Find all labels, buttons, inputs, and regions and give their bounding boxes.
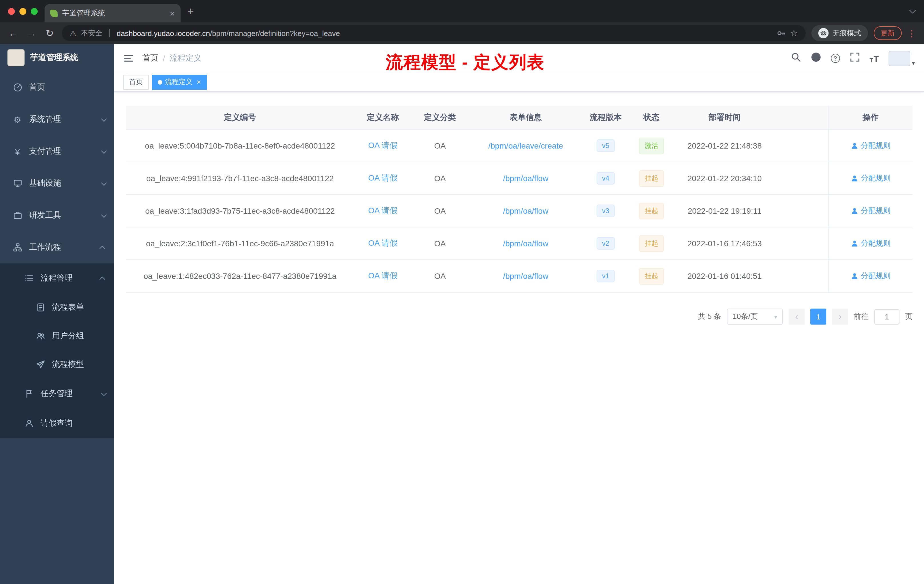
logo-avatar xyxy=(7,49,25,66)
goto-page-input[interactable] xyxy=(874,309,899,324)
sidebar-item-workflow[interactable]: 工作流程 xyxy=(0,231,114,264)
form-link[interactable]: /bpm/oa/flow xyxy=(503,206,549,215)
assign-rule-link[interactable]: 分配规则 xyxy=(851,271,891,281)
chevron-up-icon xyxy=(99,246,105,251)
tag-close-icon[interactable]: × xyxy=(196,78,201,86)
user-avatar[interactable]: ▾ xyxy=(889,51,915,66)
page-number-current[interactable]: 1 xyxy=(810,308,826,325)
security-label[interactable]: 不安全 xyxy=(81,28,102,38)
assign-rule-link[interactable]: 分配规则 xyxy=(851,238,891,249)
reload-button[interactable]: ↻ xyxy=(43,28,56,38)
table-row: oa_leave:3:1fad3d93-7b75-11ec-a3c8-acde4… xyxy=(126,195,912,228)
deploy-time: 2022-01-16 01:40:51 xyxy=(674,260,775,292)
help-icon[interactable]: ? xyxy=(831,54,840,63)
deploy-time: 2022-01-22 20:34:10 xyxy=(674,162,775,194)
form-link[interactable]: /bpm/oa/flow xyxy=(503,239,549,248)
github-icon[interactable] xyxy=(810,52,821,64)
assign-rule-link[interactable]: 分配规则 xyxy=(851,140,891,151)
definition-id: oa_leave:3:1fad3d93-7b75-11ec-a3c8-acde4… xyxy=(126,195,354,227)
form-link[interactable]: /bpm/oa/flow xyxy=(503,174,549,183)
back-button[interactable]: ← xyxy=(7,28,20,38)
caret-down-icon: ▾ xyxy=(912,60,915,66)
prev-page-button[interactable]: ‹ xyxy=(789,308,805,325)
font-size-icon[interactable]: TT xyxy=(870,53,879,63)
sidebar-item-label: 流程模型 xyxy=(52,360,84,370)
address-bar[interactable]: ⚠ 不安全 dashboard.yudao.iocoder.cn/bpm/man… xyxy=(62,25,806,41)
version-badge: v3 xyxy=(596,205,615,217)
tag-home[interactable]: 首页 xyxy=(124,74,148,89)
sidebar-item-process-model[interactable]: 流程模型 xyxy=(0,350,114,379)
chevron-down-icon xyxy=(101,212,107,218)
tab-search-button[interactable] xyxy=(909,7,916,14)
definition-name-link[interactable]: OA 请假 xyxy=(368,206,398,216)
assign-rule-link[interactable]: 分配规则 xyxy=(851,206,891,216)
search-icon[interactable] xyxy=(790,52,801,64)
sidebar-item-user-group[interactable]: 用户分组 xyxy=(0,322,114,350)
sidebar-item-process-management[interactable]: 流程管理 xyxy=(0,264,114,293)
bookmark-star-icon[interactable]: ☆ xyxy=(790,28,798,38)
tab-close-icon[interactable]: × xyxy=(170,9,175,17)
column-spacer xyxy=(775,106,828,129)
version-badge: v5 xyxy=(596,139,615,152)
page-size-select[interactable]: 10条/页 ▾ xyxy=(727,308,783,325)
update-label: 更新 xyxy=(881,28,895,38)
tags-view-bar: 首页 流程定义 × xyxy=(114,73,924,92)
definition-id: oa_leave:5:004b710b-7b8a-11ec-8ef0-acde4… xyxy=(126,130,354,162)
definition-name-link[interactable]: OA 请假 xyxy=(368,173,398,183)
browser-update-button[interactable]: 更新 xyxy=(874,26,902,40)
users-icon xyxy=(35,332,45,341)
definition-name-link[interactable]: OA 请假 xyxy=(368,271,398,281)
definition-category: OA xyxy=(411,130,469,162)
next-page-button[interactable]: › xyxy=(832,308,848,325)
window-minimize-button[interactable] xyxy=(20,8,26,15)
sidebar-item-task-management[interactable]: 任务管理 xyxy=(0,379,114,409)
person-icon xyxy=(24,419,34,428)
main-area: 流程模型 - 定义列表 首页 / 流程定义 ? xyxy=(114,44,924,584)
form-link[interactable]: /bpm/oa/leave/create xyxy=(488,141,563,150)
new-tab-button[interactable]: + xyxy=(187,6,194,16)
workflow-icon xyxy=(13,243,22,252)
window-close-button[interactable] xyxy=(8,8,15,15)
hamburger-icon[interactable] xyxy=(124,53,134,63)
browser-menu-icon[interactable]: ⋮ xyxy=(908,29,916,38)
version-badge: v1 xyxy=(596,270,615,282)
toolbox-icon xyxy=(13,211,22,220)
fullscreen-icon[interactable] xyxy=(850,52,860,64)
definition-name-link[interactable]: OA 请假 xyxy=(368,140,398,151)
url-path: /bpm/manager/definition?key=oa_leave xyxy=(210,29,340,38)
sidebar-item-payment-management[interactable]: ¥ 支付管理 xyxy=(0,135,114,167)
form-link[interactable]: /bpm/oa/flow xyxy=(503,271,549,280)
sidebar-item-leave-query[interactable]: 请假查询 xyxy=(0,409,114,438)
sidebar-item-system-management[interactable]: ⚙ 系统管理 xyxy=(0,104,114,135)
sidebar-item-process-form[interactable]: 流程表单 xyxy=(0,293,114,322)
window-zoom-button[interactable] xyxy=(31,8,38,15)
breadcrumb-separator: / xyxy=(163,54,165,63)
url-text[interactable]: dashboard.yudao.iocoder.cn/bpm/manager/d… xyxy=(117,29,772,38)
status-badge: 挂起 xyxy=(639,235,664,252)
forward-button[interactable]: → xyxy=(25,28,38,38)
gear-icon: ⚙ xyxy=(13,115,22,124)
table-row: oa_leave:2:3c1f0ef1-76b1-11ec-9c66-a2380… xyxy=(126,228,912,260)
password-key-icon[interactable] xyxy=(776,28,785,38)
sidebar-item-label: 流程管理 xyxy=(41,273,73,284)
sidebar-logo[interactable]: 芋道管理系统 xyxy=(0,44,114,71)
sidebar-item-infrastructure[interactable]: 基础设施 xyxy=(0,167,114,200)
sidebar-item-home[interactable]: 首页 xyxy=(0,71,114,104)
process-management-submenu: 流程表单 用户分组 流程模型 xyxy=(0,293,114,379)
chevron-down-icon xyxy=(101,116,107,121)
definition-name-link[interactable]: OA 请假 xyxy=(368,238,398,249)
version-badge: v4 xyxy=(596,172,615,185)
site-favicon-icon xyxy=(50,10,58,17)
goto-label: 前往 xyxy=(854,312,869,322)
breadcrumb-home[interactable]: 首页 xyxy=(142,53,158,63)
assign-rule-link[interactable]: 分配规则 xyxy=(851,173,891,183)
sidebar-item-dev-tools[interactable]: 研发工具 xyxy=(0,200,114,231)
browser-tab[interactable]: 芋道管理系统 × xyxy=(45,4,181,22)
security-warning-icon: ⚠ xyxy=(70,29,76,38)
chevron-down-icon xyxy=(101,148,107,153)
tag-process-definition[interactable]: 流程定义 × xyxy=(152,74,206,89)
incognito-label: 无痕模式 xyxy=(833,28,861,38)
yen-icon: ¥ xyxy=(13,147,22,156)
column-header: 定义名称 xyxy=(354,106,411,129)
top-navbar: 首页 / 流程定义 ? TT xyxy=(114,44,924,73)
